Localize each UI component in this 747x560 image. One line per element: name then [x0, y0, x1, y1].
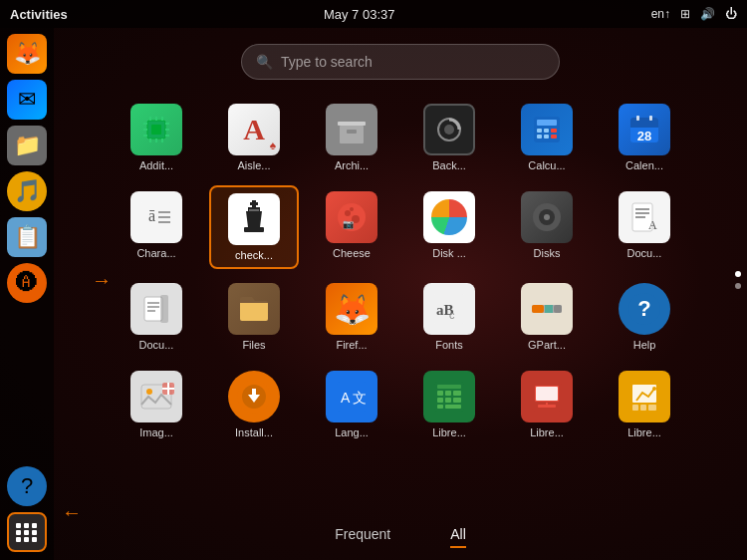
svg-marker-41 — [246, 211, 262, 227]
svg-rect-31 — [636, 116, 639, 121]
locale-indicator[interactable]: en↑ — [651, 7, 670, 21]
tab-all[interactable]: All — [450, 526, 466, 548]
svg-rect-90 — [445, 405, 461, 409]
svg-rect-86 — [437, 398, 443, 403]
app-grid: Addit... A ♠ Aisle... Archi... Back... — [102, 98, 699, 444]
svg-text:ā: ā — [148, 207, 155, 224]
search-bar[interactable]: 🔍 Type to search — [241, 44, 560, 80]
page-dots — [735, 271, 741, 289]
rhythmbox-icon: 🎵 — [14, 178, 41, 204]
app-aisleriot[interactable]: A ♠ Aisle... — [209, 98, 299, 177]
svg-rect-39 — [252, 200, 256, 207]
app-label: Aisle... — [237, 159, 270, 171]
app-firefox[interactable]: 🦊 Firef... — [307, 277, 396, 357]
app-install[interactable]: Install... — [209, 365, 299, 444]
sidebar-item-help[interactable]: ? — [7, 466, 47, 506]
app-calculator[interactable]: Calcu... — [502, 98, 592, 177]
app-docviewer[interactable]: A Docu... — [600, 185, 689, 269]
sidebar-item-appstore[interactable]: 🅐 — [7, 263, 47, 303]
app-icon-cheese: 📷 — [326, 191, 377, 243]
svg-rect-84 — [445, 391, 451, 396]
apps-grid-icon — [16, 521, 38, 543]
app-label: Libre... — [627, 426, 661, 438]
tab-frequent[interactable]: Frequent — [335, 526, 390, 548]
app-help[interactable]: ? Help — [600, 277, 689, 357]
sidebar-item-firefox[interactable]: 🦊 — [7, 34, 47, 74]
app-gparted[interactable]: GPart... — [502, 277, 592, 357]
search-placeholder: Type to search — [281, 54, 373, 70]
svg-rect-55 — [635, 216, 645, 218]
svg-rect-20 — [537, 120, 557, 126]
sidebar-item-thunderbird[interactable]: ✉ — [7, 80, 47, 120]
app-label: Disks — [534, 247, 561, 259]
svg-text:文: 文 — [353, 390, 367, 406]
app-label: Calen... — [625, 159, 663, 171]
app-libre-impress[interactable]: Libre... — [502, 365, 592, 444]
app-cheese[interactable]: 📷 Cheese — [307, 185, 396, 269]
app-additional[interactable]: Addit... — [112, 98, 201, 177]
svg-point-51 — [544, 214, 550, 220]
svg-point-72 — [146, 389, 152, 395]
activities-button[interactable]: Activities — [10, 7, 68, 22]
app-disk-usage[interactable]: Disk ... — [404, 185, 494, 269]
app-label: Chara... — [136, 247, 175, 259]
sidebar-item-notes[interactable]: 📋 — [7, 217, 47, 257]
sidebar-item-rhythmbox[interactable]: 🎵 — [7, 171, 47, 211]
svg-rect-15 — [340, 126, 364, 143]
app-label: Files — [242, 339, 265, 351]
svg-rect-29 — [630, 125, 658, 128]
dot-1 — [735, 271, 741, 277]
svg-rect-100 — [640, 405, 646, 411]
svg-rect-32 — [649, 116, 652, 121]
app-label: Lang... — [335, 426, 369, 438]
apps-arrow: ← — [62, 501, 82, 524]
svg-text:?: ? — [637, 296, 650, 321]
app-icon-help: ? — [619, 283, 670, 335]
app-label: Back... — [432, 159, 466, 171]
app-charmap[interactable]: ā Chara... — [112, 185, 201, 269]
app-label: Help — [633, 339, 656, 351]
app-chess[interactable]: check... — [209, 185, 299, 269]
svg-rect-82 — [437, 385, 461, 389]
app-label: Calcu... — [528, 159, 565, 171]
app-label: Addit... — [139, 159, 173, 171]
svg-rect-36 — [158, 216, 170, 218]
app-calendar[interactable]: 28 Calen... — [600, 98, 689, 177]
svg-text:A: A — [341, 390, 351, 406]
svg-rect-61 — [160, 295, 168, 323]
app-libre-calc[interactable]: Libre... — [404, 365, 494, 444]
datetime-label: May 7 03:37 — [324, 7, 395, 22]
app-libre-draw[interactable]: Libre... — [600, 365, 689, 444]
app-label: Imag... — [139, 426, 173, 438]
svg-point-47 — [350, 207, 354, 211]
svg-point-45 — [345, 210, 351, 216]
sidebar-item-files[interactable]: 📁 — [7, 126, 47, 165]
volume-icon[interactable]: 🔊 — [700, 7, 715, 21]
app-icon-firefox: 🦊 — [326, 283, 377, 335]
app-icon-chess — [228, 193, 280, 245]
app-docscanner[interactable]: Docu... — [112, 277, 201, 357]
app-icon-install — [228, 371, 280, 422]
app-icon-gparted — [521, 283, 573, 335]
power-icon[interactable]: ⏻ — [725, 7, 737, 21]
thunderbird-icon: ✉ — [18, 87, 36, 113]
app-image[interactable]: Imag... — [112, 365, 201, 444]
svg-rect-21 — [537, 129, 542, 133]
app-fonts[interactable]: aBc Fonts — [404, 277, 494, 357]
app-lang[interactable]: A文 Lang... — [307, 365, 396, 444]
sidebar: 🦊 ✉ 📁 🎵 📋 🅐 ? — [0, 28, 54, 560]
svg-rect-25 — [544, 135, 549, 139]
app-icon-docscanner — [130, 283, 182, 335]
app-label: Firef... — [336, 339, 367, 351]
app-disks[interactable]: Disks — [502, 185, 592, 269]
svg-rect-23 — [551, 129, 557, 133]
sidebar-item-apps[interactable] — [7, 512, 47, 552]
app-icon-disks — [521, 191, 573, 243]
app-icon-calculator — [521, 104, 573, 155]
app-icon-files — [228, 283, 280, 335]
app-backup[interactable]: Back... — [404, 98, 494, 177]
app-files[interactable]: Files — [209, 277, 299, 357]
app-icon-aisleriot: A ♠ — [228, 104, 280, 155]
app-archive[interactable]: Archi... — [307, 98, 396, 177]
app-label: Archi... — [335, 159, 369, 171]
